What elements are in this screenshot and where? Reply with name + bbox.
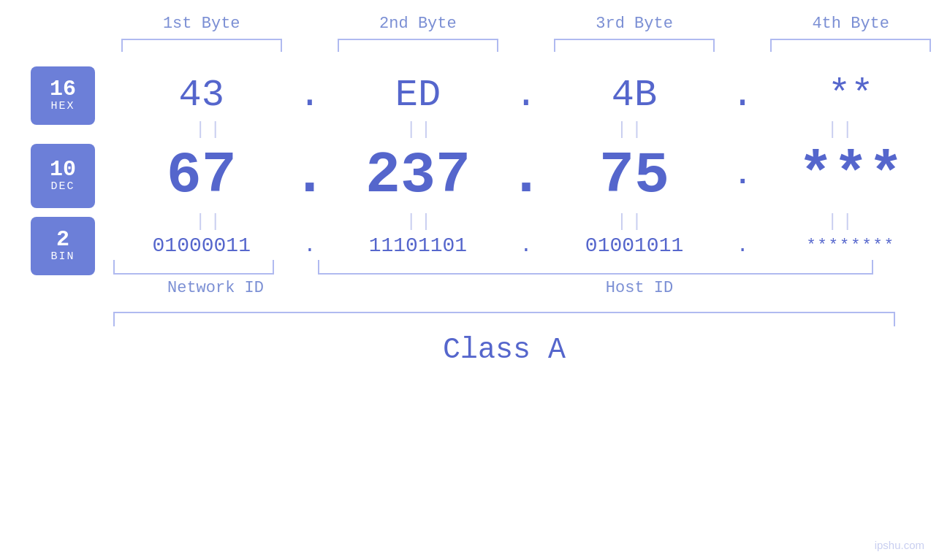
byte3-header: 3rd Byte bbox=[546, 15, 722, 52]
hex-dot1: . bbox=[289, 74, 330, 117]
dec-badge-num: 10 bbox=[50, 158, 76, 180]
dec-b2-cell: 237 bbox=[330, 142, 506, 209]
dec-dot1: . bbox=[289, 142, 330, 209]
host-id-label: Host ID bbox=[362, 279, 917, 297]
net-bracket bbox=[113, 260, 274, 275]
bin-b2-value: 11101101 bbox=[369, 234, 467, 257]
eq1-b4: || bbox=[745, 120, 939, 139]
bin-b4-value: ******** bbox=[806, 237, 895, 255]
bottom-brackets bbox=[113, 260, 873, 275]
eq2-b2: || bbox=[324, 212, 517, 231]
labels-row: Network ID Host ID bbox=[113, 279, 917, 297]
byte4-header: 4th Byte bbox=[762, 15, 938, 52]
dec-row: 10 DEC 67 . 237 . 75 . *** bbox=[0, 142, 939, 209]
eq1-b3-sign: || bbox=[535, 120, 729, 139]
bin-badge-num: 2 bbox=[56, 229, 69, 250]
dec-dot3: . bbox=[723, 159, 763, 192]
eq2-b1-sign: || bbox=[113, 212, 307, 231]
class-label: Class A bbox=[113, 334, 895, 367]
bin-badge: 2 BIN bbox=[31, 217, 95, 275]
class-section: Class A bbox=[0, 312, 939, 367]
dec-b4-value: *** bbox=[798, 142, 903, 209]
hex-dot3: . bbox=[723, 74, 763, 117]
byte2-label: 2nd Byte bbox=[379, 15, 457, 33]
hex-badge-name: HEX bbox=[50, 100, 75, 112]
byte1-header: 1st Byte bbox=[113, 15, 289, 52]
bin-b2-cell: 11101101 bbox=[330, 234, 506, 257]
network-id-label: Network ID bbox=[113, 279, 318, 297]
dec-badge-name: DEC bbox=[50, 180, 75, 193]
dec-dot2: . bbox=[506, 142, 547, 209]
eq2-b3-sign: || bbox=[535, 212, 729, 231]
hex-b3-value: 4B bbox=[612, 74, 657, 117]
bin-b1-cell: 01000011 bbox=[113, 234, 289, 257]
byte2-header: 2nd Byte bbox=[330, 15, 506, 52]
dec-b1-cell: 67 bbox=[113, 142, 289, 209]
main-container: 1st Byte 2nd Byte 3rd Byte 4th Byte 16 H… bbox=[0, 0, 939, 560]
eq1-b2-sign: || bbox=[324, 120, 517, 139]
hex-b4-cell: ** bbox=[762, 74, 938, 117]
hex-badge: 16 HEX bbox=[31, 66, 95, 125]
class-bracket-top bbox=[113, 312, 895, 326]
hex-dot2: . bbox=[506, 74, 547, 117]
bin-dot2: . bbox=[506, 234, 547, 257]
byte1-label: 1st Byte bbox=[163, 15, 240, 33]
header-row: 1st Byte 2nd Byte 3rd Byte 4th Byte bbox=[0, 15, 939, 52]
eq1-b4-sign: || bbox=[745, 120, 939, 139]
eq2-b1: || bbox=[113, 212, 307, 231]
byte3-label: 3rd Byte bbox=[596, 15, 673, 33]
bin-b1-value: 01000011 bbox=[153, 234, 251, 257]
eq1-b3: || bbox=[535, 120, 729, 139]
dec-b4-cell: *** bbox=[762, 142, 938, 209]
hex-b3-cell: 4B bbox=[546, 74, 722, 117]
eq2-b4: || bbox=[745, 212, 939, 231]
bottom-section: Network ID Host ID bbox=[0, 260, 939, 297]
watermark: ipshu.com bbox=[875, 539, 924, 551]
eq1-b1: || bbox=[113, 120, 307, 139]
bin-b3-value: 01001011 bbox=[585, 234, 683, 257]
bin-b4-cell: ******** bbox=[762, 237, 938, 255]
dec-b1-value: 67 bbox=[167, 142, 237, 209]
dec-badge: 10 DEC bbox=[31, 144, 95, 208]
eq1-b1-sign: || bbox=[113, 120, 307, 139]
hex-b1-value: 43 bbox=[179, 74, 224, 117]
dec-b3-value: 75 bbox=[599, 142, 669, 209]
hex-row: 16 HEX 43 . ED . 4B . ** bbox=[0, 74, 939, 117]
eq2-b2-sign: || bbox=[324, 212, 517, 231]
byte4-label: 4th Byte bbox=[812, 15, 889, 33]
equals-row-2: || || || || bbox=[0, 212, 939, 231]
eq2-b3: || bbox=[535, 212, 729, 231]
bin-dot1: . bbox=[289, 234, 330, 257]
hex-b1-cell: 43 bbox=[113, 74, 289, 117]
dec-b3-cell: 75 bbox=[546, 142, 722, 209]
host-bracket bbox=[318, 260, 873, 275]
hex-b4-value: ** bbox=[828, 74, 873, 117]
bin-badge-name: BIN bbox=[50, 250, 75, 263]
hex-badge-num: 16 bbox=[50, 78, 76, 100]
hex-b2-cell: ED bbox=[330, 74, 506, 117]
dec-b2-value: 237 bbox=[365, 142, 471, 209]
equals-row-1: || || || || bbox=[0, 120, 939, 139]
hex-b2-value: ED bbox=[395, 74, 441, 117]
bin-row: 2 BIN 01000011 . 11101101 . 01001011 . *… bbox=[0, 234, 939, 257]
bin-dot3: . bbox=[723, 234, 763, 257]
bin-b3-cell: 01001011 bbox=[546, 234, 722, 257]
eq2-b4-sign: || bbox=[745, 212, 939, 231]
eq1-b2: || bbox=[324, 120, 517, 139]
